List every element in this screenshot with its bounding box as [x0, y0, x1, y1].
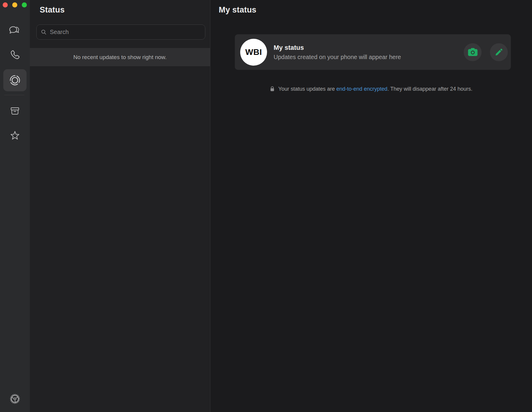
star-icon: [9, 130, 21, 142]
app-window: Status No recent updates to show right n…: [0, 0, 532, 412]
status-actions: [464, 43, 508, 61]
search-box[interactable]: [36, 24, 205, 40]
nav-rail: [0, 0, 30, 412]
search-icon: [41, 29, 47, 35]
my-status-card[interactable]: WBI My status Updates created on your ph…: [235, 34, 511, 70]
encryption-note: Your status updates are end-to-end encry…: [210, 86, 532, 93]
my-status-panel: My status WBI My status Updates created …: [210, 0, 532, 412]
close-window-button[interactable]: [3, 2, 8, 7]
status-panel-title: Status: [40, 5, 65, 15]
chat-bubbles-icon: [9, 25, 21, 36]
minimize-window-button[interactable]: [12, 2, 17, 7]
sidebar-item-settings[interactable]: [4, 389, 26, 408]
lock-icon: [270, 87, 276, 93]
sidebar-item-archived[interactable]: [4, 101, 26, 121]
phone-icon: [9, 50, 21, 61]
archive-box-icon: [9, 105, 21, 117]
my-status-card-title: My status: [274, 44, 401, 52]
sidebar-item-starred[interactable]: [4, 126, 26, 145]
empty-message: No recent updates to show right now.: [73, 54, 167, 61]
no-recent-updates-row: No recent updates to show right now.: [30, 48, 210, 66]
my-status-card-subtitle: Updates created on your phone will appea…: [274, 54, 401, 61]
avatar: WBI: [240, 39, 267, 66]
avatar-monogram: WBI: [245, 47, 262, 57]
my-status-title: My status: [219, 5, 256, 15]
zoom-window-button[interactable]: [22, 2, 27, 7]
new-text-status-button[interactable]: [490, 43, 508, 61]
gear-icon: [9, 393, 21, 405]
camera-icon: [468, 48, 478, 56]
sidebar-item-status[interactable]: [3, 69, 27, 91]
encryption-note-suffix: . They will disappear after 24 hours.: [387, 86, 472, 92]
end-to-end-encrypted-link[interactable]: end-to-end encrypted: [336, 86, 387, 92]
sidebar-item-chats[interactable]: [4, 21, 26, 40]
window-controls: [3, 2, 27, 7]
sidebar-item-calls[interactable]: [4, 46, 26, 65]
search-input[interactable]: [50, 29, 201, 36]
my-status-card-text: My status Updates created on your phone …: [274, 44, 401, 61]
new-photo-status-button[interactable]: [464, 43, 482, 61]
encryption-note-prefix: Your status updates are: [278, 86, 336, 92]
pencil-icon: [494, 48, 503, 57]
status-list-panel: Status No recent updates to show right n…: [30, 0, 210, 412]
rail-divider: [4, 95, 24, 95]
status-ring-icon: [9, 74, 21, 86]
